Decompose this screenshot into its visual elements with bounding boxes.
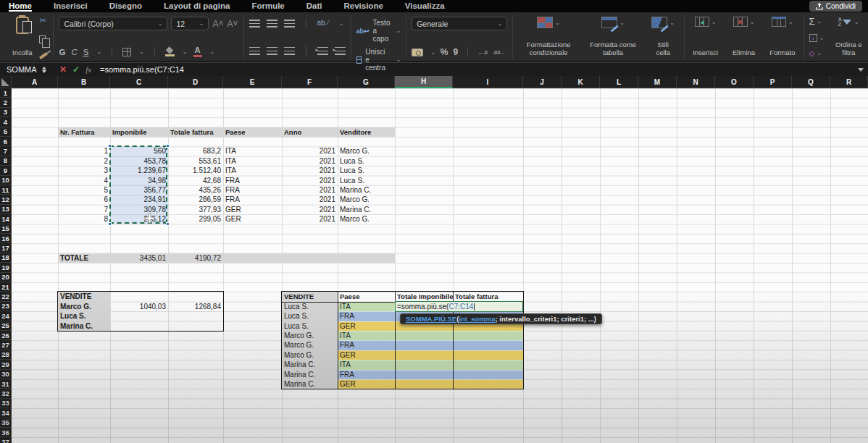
column-header-H[interactable]: H: [395, 76, 453, 88]
tab-layout-di-pagina[interactable]: Layout di pagina: [164, 0, 230, 12]
total-fattura[interactable]: 4190,72: [168, 253, 223, 263]
paste-button[interactable]: Incolla: [9, 15, 35, 59]
cell-F10[interactable]: 2021: [282, 176, 338, 185]
decrease-font-size-button[interactable]: A˅: [227, 19, 238, 29]
row-header-25[interactable]: 25: [0, 321, 12, 331]
column-header-O[interactable]: O: [715, 76, 754, 88]
tab-disegno[interactable]: Disegno: [109, 0, 142, 12]
country-row-seller[interactable]: Marco G.: [282, 350, 338, 360]
row-header-8[interactable]: 8: [0, 156, 12, 166]
row-header-16[interactable]: 16: [0, 234, 12, 243]
italic-button[interactable]: C: [71, 48, 77, 56]
total-imponibile[interactable]: 3435,01: [110, 253, 168, 263]
percent-style-button[interactable]: %: [441, 47, 448, 57]
column-header-K[interactable]: K: [562, 76, 600, 88]
orientation-button[interactable]: ab⟋: [317, 19, 330, 28]
row-header-13[interactable]: 13: [0, 205, 12, 214]
decrease-indent-button[interactable]: [317, 47, 328, 55]
column-header-L[interactable]: L: [600, 76, 638, 88]
align-bottom-button[interactable]: [284, 20, 295, 28]
row-header-29[interactable]: 29: [0, 360, 12, 369]
country-table-header-3[interactable]: Totale Imponibile: [395, 292, 453, 301]
row-header-1[interactable]: 1: [0, 88, 12, 98]
invoice-header-1[interactable]: Nr. Fattura: [58, 127, 110, 137]
comma-style-button[interactable]: 9: [454, 47, 459, 57]
cell-G13[interactable]: Marina C.: [338, 205, 395, 214]
row-header-15[interactable]: 15: [0, 224, 12, 234]
row-header-9[interactable]: 9: [0, 166, 12, 175]
country-table-header-2[interactable]: Paese: [338, 292, 395, 301]
invoice-header-3[interactable]: Totale fattura: [168, 127, 223, 137]
column-header-A[interactable]: A: [12, 76, 58, 88]
row-header-27[interactable]: 27: [0, 340, 12, 350]
cell-B7[interactable]: 1: [58, 146, 110, 156]
country-row-seller[interactable]: Marina C.: [282, 370, 338, 379]
country-row-paese[interactable]: FRA: [338, 340, 395, 350]
column-header-J[interactable]: J: [523, 76, 562, 88]
column-header-M[interactable]: M: [638, 76, 677, 88]
format-as-table-button[interactable]: ⌄ Formatta come tabella: [586, 15, 640, 59]
align-top-button[interactable]: [249, 20, 260, 28]
cell-G7[interactable]: Marco G.: [338, 146, 395, 156]
cell-G8[interactable]: Luca S.: [338, 156, 395, 166]
formula-input[interactable]: =somma.più.se(C7:C14: [100, 65, 858, 74]
cell-F9[interactable]: 2021: [282, 166, 338, 175]
format-painter-button[interactable]: [39, 54, 48, 57]
column-header-F[interactable]: F: [282, 76, 338, 88]
increase-font-size-button[interactable]: A˄: [212, 19, 223, 29]
row-header-36[interactable]: 36: [0, 428, 12, 437]
row-header-34[interactable]: 34: [0, 408, 12, 418]
invoice-header-2[interactable]: Imponibile: [110, 127, 168, 137]
row-header-23[interactable]: 23: [0, 302, 12, 311]
cell-B13[interactable]: 7: [58, 205, 110, 214]
row-header-6[interactable]: 6: [0, 137, 12, 146]
tooltip-current-arg[interactable]: int_somma: [459, 315, 495, 323]
cell-E13[interactable]: GER: [223, 205, 282, 214]
column-header-E[interactable]: E: [223, 76, 282, 88]
row-header-11[interactable]: 11: [0, 185, 12, 195]
column-header-G[interactable]: G: [338, 76, 395, 88]
tab-revisione[interactable]: Revisione: [343, 0, 383, 12]
cell-D7[interactable]: 683,2: [168, 146, 223, 156]
row-header-7[interactable]: 7: [0, 146, 12, 156]
cell-G9[interactable]: Luca S.: [338, 166, 395, 175]
worksheet-grid[interactable]: Nr. FatturaImponibileTotale fatturaPaese…: [0, 76, 868, 443]
cell-D14[interactable]: 299,05: [168, 214, 223, 224]
tooltip-function-name[interactable]: SOMMA.PIÙ.SE: [406, 315, 456, 323]
copy-button[interactable]: [39, 35, 48, 43]
cell-B10[interactable]: 4: [58, 176, 110, 185]
align-left-button[interactable]: [249, 47, 260, 55]
country-row-seller[interactable]: Marco G.: [282, 340, 338, 350]
cell-F12[interactable]: 2021: [282, 195, 338, 204]
insert-function-icon[interactable]: fx: [85, 65, 91, 74]
conditional-formatting-button[interactable]: ⌄ Formattazione condizionale: [518, 15, 579, 59]
column-header-D[interactable]: D: [168, 76, 223, 88]
country-row-paese[interactable]: GER: [338, 350, 395, 360]
row-header-5[interactable]: 5: [0, 127, 12, 137]
tab-home[interactable]: Home: [9, 0, 32, 12]
font-color-button[interactable]: A: [193, 46, 202, 57]
tab-formule[interactable]: Formule: [251, 0, 284, 12]
tab-visualizza[interactable]: Visualizza: [405, 0, 445, 12]
seller-name[interactable]: Marina C.: [58, 321, 110, 331]
cell-F14[interactable]: 2021: [282, 214, 338, 224]
delete-cells-button[interactable]: ✕⌄ Elimina: [730, 15, 758, 59]
cell-F13[interactable]: 2021: [282, 205, 338, 214]
country-row-seller[interactable]: Marina C.: [282, 379, 338, 389]
row-header-20[interactable]: 20: [0, 273, 12, 282]
country-row-seller[interactable]: Marco G.: [282, 331, 338, 340]
row-header-3[interactable]: 3: [0, 108, 12, 117]
row-header-22[interactable]: 22: [0, 292, 12, 301]
country-row-seller[interactable]: Luca S.: [282, 311, 338, 321]
seller-imponibile[interactable]: 1040,03: [110, 302, 168, 311]
cut-button[interactable]: ✂: [39, 17, 48, 25]
align-middle-button[interactable]: [267, 20, 277, 28]
column-header-B[interactable]: B: [58, 76, 110, 88]
cell-D13[interactable]: 377,93: [168, 205, 223, 214]
cell-D9[interactable]: 1.512,40: [168, 166, 223, 175]
cell-D11[interactable]: 435,26: [168, 185, 223, 195]
cell-B14[interactable]: 8: [58, 214, 110, 224]
row-header-26[interactable]: 26: [0, 331, 12, 340]
formula-bar-expand-icon[interactable]: [858, 68, 864, 72]
cell-B8[interactable]: 2: [58, 156, 110, 166]
